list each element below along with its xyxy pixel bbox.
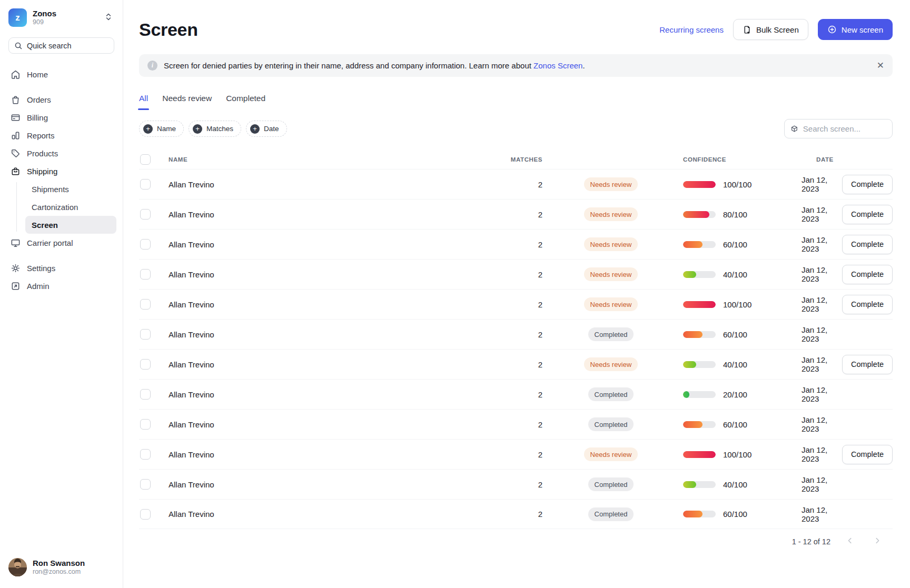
row-checkbox[interactable] [140, 269, 151, 280]
confidence-bar [683, 481, 716, 488]
chevron-right-icon[interactable] [874, 537, 881, 546]
sidebar-item-label: Settings [27, 264, 55, 273]
sidebar-item-billing[interactable]: Billing [6, 108, 116, 126]
workspace-switcher[interactable]: z Zonos 909 [6, 7, 116, 28]
user-email: ron@zonos.com [33, 568, 85, 576]
new-screen-label: New screen [842, 25, 883, 34]
info-icon: i [147, 61, 157, 71]
chevron-up-down-icon[interactable] [105, 13, 112, 23]
status-badge: Needs review [584, 237, 638, 251]
row-checkbox[interactable] [140, 359, 151, 370]
row-matches: 2 [455, 210, 542, 219]
status-badge: Needs review [584, 357, 638, 371]
bulk-screen-button[interactable]: Bulk Screen [733, 19, 808, 40]
select-all-checkbox[interactable] [140, 154, 151, 165]
complete-button[interactable]: Complete [842, 445, 893, 464]
plus-icon: + [193, 124, 202, 134]
row-checkbox[interactable] [140, 329, 151, 340]
tab-completed[interactable]: Completed [226, 94, 265, 110]
row-name: Allan Trevino [160, 480, 455, 489]
new-screen-button[interactable]: New screen [818, 19, 893, 40]
sidebar-item-home[interactable]: Home [6, 65, 116, 83]
row-matches: 2 [455, 330, 542, 339]
recurring-screens-link[interactable]: Recurring screens [659, 25, 724, 34]
chevron-left-icon[interactable] [846, 537, 854, 546]
row-score: 20/100 [723, 390, 747, 399]
sidebar-item-products[interactable]: Products [6, 144, 116, 162]
row-checkbox[interactable] [140, 209, 151, 220]
row-checkbox[interactable] [140, 179, 151, 190]
row-score: 80/100 [723, 210, 747, 219]
row-matches: 2 [455, 390, 542, 399]
filter-chip-date[interactable]: + Date [246, 121, 287, 137]
page-title: Screen [139, 19, 198, 40]
sidebar-item-label: Billing [27, 113, 48, 122]
status-badge: Completed [588, 387, 634, 401]
row-score: 60/100 [723, 240, 747, 249]
row-date: Jan 12, 2023 [791, 445, 844, 463]
tab-needs-review[interactable]: Needs review [162, 94, 212, 110]
sidebar-item-label: Products [27, 149, 58, 158]
row-matches: 2 [455, 360, 542, 369]
zonos-screen-link[interactable]: Zonos Screen [533, 61, 582, 70]
confidence-bar [683, 241, 716, 248]
confidence-bar [683, 271, 716, 278]
column-header-matches: MATCHES [455, 156, 542, 163]
user-menu[interactable]: Ron Swanson ron@zonos.com [6, 556, 116, 579]
close-icon[interactable]: ✕ [877, 61, 884, 70]
sidebar-item-screen[interactable]: Screen [25, 216, 116, 234]
status-badge: Completed [588, 417, 634, 431]
filter-chip-label: Name [157, 125, 176, 133]
row-name: Allan Trevino [160, 330, 455, 339]
column-header-name: NAME [160, 156, 455, 163]
row-checkbox[interactable] [140, 479, 151, 490]
confidence-bar-fill [683, 331, 703, 338]
complete-button[interactable]: Complete [842, 205, 893, 224]
filter-row: + Name + Matches + Date [139, 119, 893, 138]
row-checkbox[interactable] [140, 299, 151, 310]
sidebar-item-settings[interactable]: Settings [6, 259, 116, 277]
row-name: Allan Trevino [160, 390, 455, 399]
confidence-bar [683, 451, 716, 458]
document-plus-icon [743, 25, 751, 34]
sidebar-item-admin[interactable]: Admin [6, 277, 116, 295]
sidebar-item-orders[interactable]: Orders [6, 91, 116, 108]
filter-chip-matches[interactable]: + Matches [189, 121, 241, 137]
tab-all[interactable]: All [139, 94, 148, 110]
row-score: 100/100 [723, 300, 751, 309]
filter-chip-name[interactable]: + Name [139, 121, 184, 137]
table-row: Allan Trevino 2 Needs review 100/100 Jan… [139, 439, 893, 469]
complete-button[interactable]: Complete [842, 355, 893, 374]
screen-search-field[interactable] [784, 119, 893, 138]
page-header: Screen Recurring screens Bulk Screen New… [139, 19, 893, 40]
row-checkbox[interactable] [140, 239, 151, 250]
screen-search-input[interactable] [803, 124, 886, 133]
row-date: Jan 12, 2023 [791, 235, 844, 253]
confidence-bar [683, 331, 716, 338]
confidence-bar-fill [683, 421, 703, 428]
complete-button[interactable]: Complete [842, 235, 893, 254]
sidebar-item-shipments[interactable]: Shipments [25, 180, 116, 198]
sidebar-item-label: Reports [27, 131, 55, 140]
sidebar-item-label: Carrier portal [27, 238, 73, 247]
row-checkbox[interactable] [140, 509, 151, 520]
confidence-bar [683, 361, 716, 368]
complete-button[interactable]: Complete [842, 175, 893, 194]
sidebar-item-carrier-portal[interactable]: Carrier portal [6, 234, 116, 252]
row-date: Jan 12, 2023 [791, 265, 844, 283]
quick-search-input[interactable]: Quick search [8, 37, 114, 54]
sidebar-item-shipping[interactable]: Shipping [6, 162, 116, 180]
complete-button[interactable]: Complete [842, 265, 893, 284]
row-score: 40/100 [723, 270, 747, 279]
row-checkbox[interactable] [140, 419, 151, 430]
status-badge: Needs review [584, 267, 638, 281]
row-name: Allan Trevino [160, 210, 455, 219]
sidebar-item-reports[interactable]: Reports [6, 126, 116, 144]
row-checkbox[interactable] [140, 449, 151, 460]
complete-button[interactable]: Complete [842, 295, 893, 314]
row-date: Jan 12, 2023 [791, 355, 844, 373]
confidence-bar-fill [683, 301, 716, 308]
sidebar-item-cartonization[interactable]: Cartonization [25, 198, 116, 216]
row-checkbox[interactable] [140, 389, 151, 400]
row-matches: 2 [455, 270, 542, 279]
